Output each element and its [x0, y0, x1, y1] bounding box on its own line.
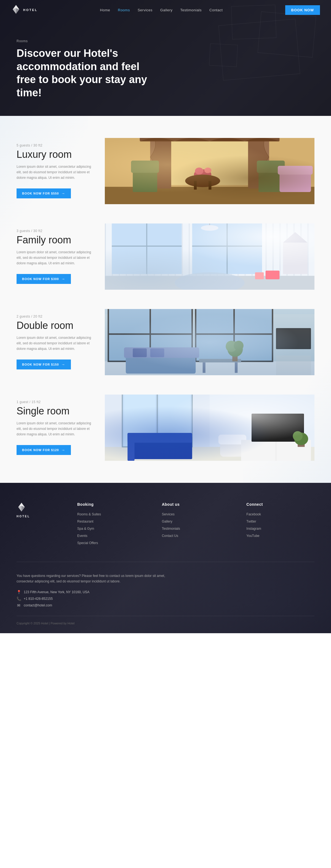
- footer-copyright: Copyright © 2025 Hotel | Powered by Hote…: [16, 622, 315, 625]
- room-desc-family: Lorem ipsum dolor sit amet, consectetur …: [16, 249, 94, 266]
- svg-rect-27: [112, 223, 113, 276]
- svg-rect-45: [237, 223, 239, 276]
- footer-about-links: Services Gallery Testimonials Contact Us: [162, 512, 230, 538]
- svg-point-64: [175, 272, 244, 290]
- footer-link-instagram[interactable]: Instagram: [246, 527, 261, 531]
- email-icon: ✉: [16, 603, 21, 608]
- svg-rect-50: [272, 223, 274, 276]
- svg-rect-56: [112, 223, 181, 274]
- hero-content: Rooms Discover our Hotel's accommodation…: [16, 39, 155, 99]
- svg-rect-6: [105, 138, 315, 187]
- svg-rect-84: [126, 351, 196, 374]
- footer-link-youtube[interactable]: YouTube: [246, 534, 259, 538]
- svg-rect-30: [133, 223, 134, 276]
- svg-rect-90: [235, 362, 237, 373]
- svg-rect-99: [105, 445, 315, 461]
- footer-email: contact@hotel.com: [24, 603, 52, 607]
- svg-rect-4: [105, 185, 315, 204]
- footer-address: 123 Fifth Avenue, New York, NY 10160, US…: [24, 590, 89, 594]
- svg-rect-73: [105, 314, 315, 362]
- footer-logo-col: HOTEL: [16, 502, 61, 545]
- footer-link-rooms-suites[interactable]: Rooms & Suites: [77, 513, 101, 516]
- svg-rect-49: [266, 223, 267, 276]
- footer-logo-text: HOTEL: [16, 515, 61, 518]
- svg-rect-46: [245, 223, 246, 276]
- nav-gallery[interactable]: Gallery: [160, 8, 173, 12]
- logo-text: HOTEL: [23, 8, 37, 11]
- nav-services[interactable]: Services: [138, 8, 153, 12]
- svg-point-69: [201, 225, 218, 231]
- book-now-button[interactable]: BOOK NOW: [285, 5, 320, 15]
- footer-contact-items: 📍 123 Fifth Avenue, New York, NY 10160, …: [16, 590, 315, 608]
- svg-rect-18: [131, 161, 159, 173]
- room-book-btn-double[interactable]: BOOK NOW FOR $150: [16, 360, 71, 369]
- room-book-btn-single[interactable]: BOOK NOW FOR $120: [16, 445, 71, 455]
- room-item-family: 3 guests / 30 ft2 Family room Lorem ipsu…: [16, 223, 315, 290]
- hero-title: Discover our Hotel's accommodation and f…: [16, 47, 155, 99]
- room-name-double: Double room: [16, 320, 94, 331]
- footer-connect-title: Connect: [246, 502, 315, 506]
- svg-marker-63: [283, 232, 307, 243]
- svg-rect-116: [298, 440, 304, 447]
- room-desc-double: Lorem ipsum dolor sit amet, consectetur …: [16, 335, 94, 352]
- deco-shape-4: [209, 43, 238, 67]
- room-book-btn-family[interactable]: BOOK NOW FOR $300: [16, 274, 71, 284]
- svg-rect-59: [192, 223, 262, 274]
- svg-rect-80: [196, 309, 272, 361]
- room-desc-single: Lorem ipsum dolor sit amet, consectetur …: [16, 421, 94, 437]
- svg-rect-24: [105, 274, 315, 290]
- room-name-family: Family room: [16, 235, 94, 246]
- nav-testimonials[interactable]: Testimonials: [180, 8, 202, 12]
- svg-rect-3: [105, 138, 315, 204]
- svg-rect-78: [108, 309, 192, 362]
- svg-rect-114: [252, 413, 304, 441]
- room-meta-family: 3 guests / 30 ft2: [16, 229, 94, 233]
- svg-rect-108: [127, 433, 192, 442]
- footer-link-contact-us[interactable]: Contact Us: [162, 534, 178, 538]
- nav-home[interactable]: Home: [100, 8, 110, 12]
- svg-rect-115: [253, 414, 303, 441]
- svg-rect-110: [220, 437, 245, 457]
- footer-link-testimonials[interactable]: Testimonials: [162, 527, 180, 531]
- room-item-double: 2 guests / 20 ft2 Double room Lorem ipsu…: [16, 309, 315, 375]
- svg-rect-9: [248, 138, 269, 188]
- nav-links: Home Rooms Services Gallery Testimonials…: [100, 7, 223, 12]
- footer-email-item: ✉ contact@hotel.com: [16, 603, 315, 608]
- footer-link-facebook[interactable]: Facebook: [246, 513, 261, 516]
- svg-rect-37: [182, 223, 183, 276]
- svg-rect-20: [257, 161, 285, 173]
- footer-link-spa-gym[interactable]: Spa & Gym: [77, 527, 94, 531]
- room-book-btn-luxury[interactable]: BOOK NOW FOR $550: [16, 188, 71, 198]
- svg-rect-25: [105, 223, 315, 276]
- svg-point-92: [228, 341, 243, 357]
- svg-rect-106: [122, 395, 192, 447]
- svg-point-94: [234, 341, 243, 350]
- room-image-single: [105, 395, 315, 461]
- svg-point-12: [195, 167, 203, 174]
- svg-rect-70: [105, 309, 315, 375]
- footer-link-events[interactable]: Events: [77, 534, 88, 538]
- svg-rect-48: [259, 223, 260, 276]
- svg-rect-41: [210, 223, 211, 276]
- svg-rect-95: [276, 328, 311, 349]
- footer-phone: +1 810-426-852155: [24, 597, 53, 601]
- logo-icon: [11, 4, 21, 16]
- svg-rect-55: [307, 223, 309, 276]
- svg-rect-97: [276, 355, 311, 375]
- footer-logo-icon: [16, 502, 61, 513]
- footer-link-twitter[interactable]: Twitter: [246, 520, 256, 523]
- svg-rect-21: [279, 167, 311, 192]
- footer-link-restaurant[interactable]: Restaurant: [77, 520, 94, 523]
- svg-rect-39: [196, 223, 197, 276]
- nav-rooms[interactable]: Rooms: [118, 8, 130, 12]
- nav-contact[interactable]: Contact: [209, 8, 223, 12]
- svg-point-117: [294, 433, 308, 445]
- svg-point-13: [204, 167, 211, 173]
- footer-link-services[interactable]: Services: [162, 513, 175, 516]
- svg-rect-44: [231, 223, 232, 276]
- rooms-section: 5 guests / 30 ft2 Luxury room Lorem ipsu…: [0, 116, 331, 483]
- footer-link-gallery[interactable]: Gallery: [162, 520, 172, 523]
- svg-rect-29: [126, 223, 127, 276]
- svg-rect-51: [279, 223, 280, 276]
- footer-link-special-offers[interactable]: Special Offers: [77, 541, 98, 545]
